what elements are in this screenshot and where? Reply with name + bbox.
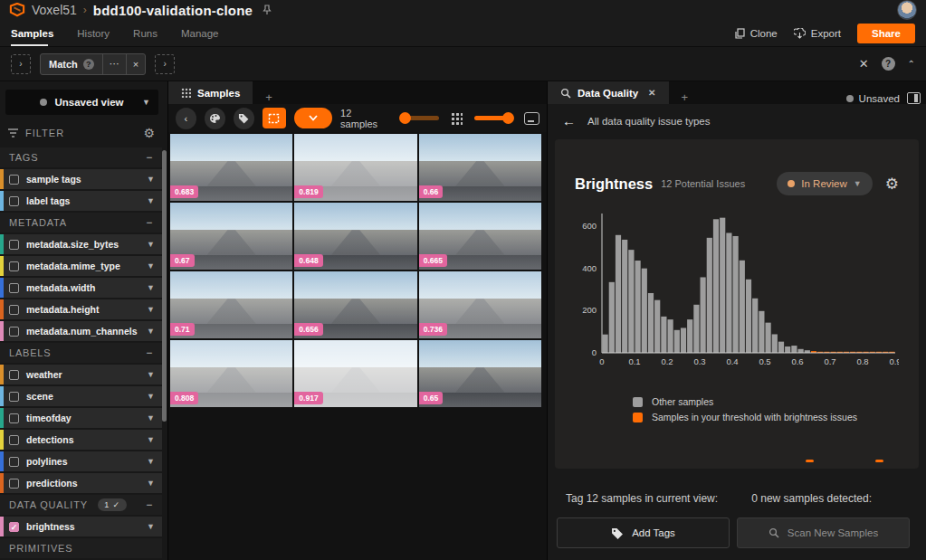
- sidebar-item-polylines[interactable]: polylines▼: [0, 451, 162, 471]
- checkbox[interactable]: [9, 457, 19, 467]
- checkbox[interactable]: [9, 283, 19, 293]
- sidebar-item-weather[interactable]: weather▼: [0, 365, 162, 384]
- sidebar-item-brightness[interactable]: ✓brightness▼: [0, 517, 162, 536]
- collapse-section-icon[interactable]: −: [146, 498, 153, 511]
- chevron-down-icon[interactable]: ▼: [147, 240, 155, 249]
- chevron-down-icon[interactable]: ▼: [147, 479, 155, 488]
- nav-tab-samples[interactable]: Samples: [11, 20, 53, 46]
- chevron-down-icon[interactable]: ▼: [147, 261, 155, 271]
- display-options-icon[interactable]: [524, 112, 539, 125]
- browse-operations-button[interactable]: [294, 108, 332, 128]
- nav-tab-runs[interactable]: Runs: [133, 20, 158, 46]
- chevron-down-icon[interactable]: ▼: [147, 522, 155, 531]
- sample-thumbnail[interactable]: 0.648: [294, 203, 416, 270]
- sidebar-item-metadata-size-bytes[interactable]: metadata.size_bytes▼: [0, 234, 162, 254]
- pin-icon[interactable]: [263, 5, 272, 15]
- sidebar-item-detections[interactable]: detections▼: [0, 430, 162, 450]
- add-stage-button-right[interactable]: ›: [155, 54, 175, 74]
- checkbox[interactable]: [9, 327, 19, 337]
- user-avatar[interactable]: [897, 0, 917, 20]
- chevron-down-icon[interactable]: ▼: [147, 327, 155, 336]
- collapse-section-icon[interactable]: −: [146, 346, 153, 359]
- stage-help-icon[interactable]: ?: [882, 57, 895, 71]
- clone-button[interactable]: Clone: [735, 28, 778, 39]
- checkbox[interactable]: ✓: [9, 522, 19, 532]
- sidebar-item-predictions[interactable]: predictions▼: [0, 473, 162, 493]
- checkbox[interactable]: [9, 392, 19, 402]
- review-status-dropdown[interactable]: In Review ▼: [777, 172, 872, 195]
- collapse-bar-icon[interactable]: ⌃: [908, 59, 915, 69]
- sample-thumbnail[interactable]: 0.665: [419, 203, 541, 270]
- tab-data-quality[interactable]: Data Quality ✕: [548, 81, 669, 104]
- sidebar-section-data-quality[interactable]: DATA QUALITY1 ✓−: [0, 495, 162, 515]
- chevron-down-icon[interactable]: ▼: [147, 392, 155, 401]
- scan-new-samples-button[interactable]: Scan New Samples: [737, 517, 910, 548]
- sample-thumbnail[interactable]: 0.656: [294, 271, 416, 338]
- new-panel-button[interactable]: +: [253, 90, 285, 104]
- export-button[interactable]: Export: [794, 28, 841, 39]
- back-arrow-icon[interactable]: ←: [562, 113, 576, 128]
- sample-thumbnail[interactable]: 0.67: [170, 203, 292, 270]
- spacing-slider-knob[interactable]: [399, 112, 411, 124]
- collapse-section-icon[interactable]: −: [146, 151, 153, 164]
- help-icon[interactable]: ?: [83, 59, 94, 70]
- patches-button[interactable]: [263, 108, 287, 128]
- sidebar-item-timeofday[interactable]: timeofday▼: [0, 408, 162, 428]
- checkbox[interactable]: [9, 261, 19, 271]
- add-stage-button-left[interactable]: ›: [11, 54, 31, 74]
- issue-settings-gear-icon[interactable]: ⚙: [885, 175, 899, 194]
- collapse-section-icon[interactable]: −: [146, 216, 153, 229]
- new-panel-button-right[interactable]: +: [669, 90, 702, 104]
- chevron-down-icon[interactable]: ▼: [147, 370, 155, 379]
- brightness-histogram[interactable]: 020040060000.10.20.30.40.50.60.70.80.9: [575, 208, 899, 373]
- grid-size-icon[interactable]: [451, 112, 463, 125]
- sidebar-item-label-tags[interactable]: label tags▼: [0, 191, 162, 211]
- chevron-down-icon[interactable]: ▼: [147, 457, 155, 466]
- stage-close-button[interactable]: ×: [126, 54, 145, 74]
- sidebar-item-metadata-width[interactable]: metadata.width▼: [0, 278, 162, 298]
- sidebar-item-sample-tags[interactable]: sample tags▼: [0, 169, 162, 189]
- nav-tab-history[interactable]: History: [77, 20, 110, 46]
- nav-tab-manage[interactable]: Manage: [181, 20, 219, 46]
- spacing-slider[interactable]: [401, 116, 439, 120]
- sidebar-item-scene[interactable]: scene▼: [0, 386, 162, 406]
- close-tab-icon[interactable]: ✕: [648, 88, 655, 98]
- checkbox[interactable]: [9, 196, 19, 206]
- clear-stages-icon[interactable]: ✕: [859, 57, 869, 71]
- chevron-down-icon[interactable]: ▼: [147, 435, 155, 444]
- sample-thumbnail[interactable]: 0.683: [170, 134, 292, 201]
- checkbox[interactable]: [9, 413, 19, 423]
- checkbox[interactable]: [9, 240, 19, 250]
- checkbox[interactable]: [9, 305, 19, 315]
- tag-samples-button[interactable]: [234, 108, 254, 129]
- sample-thumbnail[interactable]: 0.917: [294, 340, 416, 407]
- sidebar-section-primitives[interactable]: PRIMITIVES: [0, 538, 162, 558]
- sidebar-section-labels[interactable]: LABELS−: [0, 343, 162, 363]
- share-button[interactable]: Share: [857, 24, 915, 43]
- color-palette-button[interactable]: [205, 108, 225, 129]
- checkbox[interactable]: [9, 175, 19, 185]
- sample-thumbnail[interactable]: 0.736: [419, 271, 541, 338]
- sidebar-item-metadata-height[interactable]: metadata.height▼: [0, 299, 162, 319]
- add-tags-button[interactable]: Add Tags: [557, 517, 730, 548]
- chevron-down-icon[interactable]: ▼: [147, 413, 155, 422]
- checkbox[interactable]: [9, 435, 19, 445]
- back-button[interactable]: ‹: [176, 108, 196, 129]
- sample-thumbnail[interactable]: 0.808: [170, 340, 292, 407]
- sidebar-section-tags[interactable]: TAGS−: [0, 147, 162, 167]
- chevron-down-icon[interactable]: ▼: [147, 283, 155, 292]
- tab-samples[interactable]: Samples: [168, 81, 253, 104]
- sidebar-section-metadata[interactable]: METADATA−: [0, 213, 162, 233]
- chevron-down-icon[interactable]: ▼: [147, 175, 155, 184]
- chevron-down-icon[interactable]: ▼: [147, 305, 155, 314]
- split-panel-icon[interactable]: [907, 92, 921, 104]
- zoom-slider[interactable]: [474, 116, 512, 120]
- sidebar-scrollbar[interactable]: [162, 150, 167, 422]
- checkbox[interactable]: [9, 370, 19, 380]
- sample-thumbnail[interactable]: 0.819: [294, 134, 416, 201]
- sidebar-item-metadata-mime-type[interactable]: metadata.mime_type▼: [0, 256, 162, 276]
- sample-thumbnail[interactable]: 0.65: [419, 340, 541, 407]
- stage-more-button[interactable]: ⋯: [102, 54, 126, 74]
- sidebar-settings-gear-icon[interactable]: ⚙: [143, 126, 155, 140]
- sidebar-item-metadata-num-channels[interactable]: metadata.num_channels▼: [0, 321, 162, 341]
